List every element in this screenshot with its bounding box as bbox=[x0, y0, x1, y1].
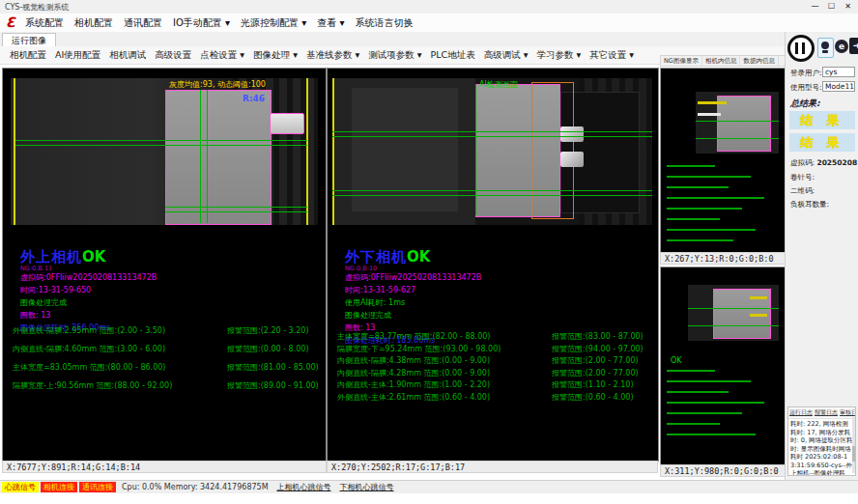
barcode-label: 虚拟码: 20250208 bbox=[790, 158, 857, 168]
toolbar-item-2[interactable]: 相机调试 bbox=[109, 49, 146, 62]
measurement-row-2: 内侧直线-隔膜:4.38mm 范围:(0.00 - 9.00)报警范围:(2.0… bbox=[337, 355, 644, 368]
measure-hline bbox=[332, 136, 652, 137]
measure-hline bbox=[332, 131, 652, 132]
toolbar-item-5[interactable]: 图像处理 ▾ bbox=[253, 49, 298, 62]
toolbar-item-7[interactable]: 测试项参数 ▾ bbox=[368, 49, 421, 62]
status-chips: 心跳信号相机连接通讯连接 bbox=[2, 482, 118, 492]
tab-run-image[interactable]: 运行图像 bbox=[2, 33, 56, 47]
log-tab-0[interactable]: 运行日志 bbox=[788, 407, 814, 418]
measurement-value: 外侧直线-主体:2.61mm 范围:(0.60 - 4.00) bbox=[337, 392, 552, 405]
status-chip-2: 通讯连接 bbox=[79, 482, 116, 492]
alarm-range: 报警范围:(0.60 - 4.00) bbox=[552, 392, 634, 405]
tiny-text-row bbox=[667, 391, 729, 393]
camera-result: OK bbox=[82, 248, 105, 266]
measure-vline bbox=[200, 90, 201, 223]
log-tab-1[interactable]: 报警日志 bbox=[814, 407, 839, 418]
toolbar-item-10[interactable]: 学习参数 ▾ bbox=[536, 49, 581, 62]
thumbnail-top[interactable] bbox=[660, 68, 787, 253]
tiny-label bbox=[750, 314, 767, 317]
measure-hline bbox=[332, 190, 652, 191]
info-line-2: 图像处理完成 bbox=[20, 296, 157, 309]
app-logo-icon: Ɛ bbox=[6, 14, 15, 32]
toolbar-item-0[interactable]: 相机配置 bbox=[10, 49, 46, 62]
tiny-text-row bbox=[667, 434, 756, 435]
menu-item-1[interactable]: 相机配置 bbox=[74, 16, 113, 30]
measure-hline bbox=[165, 211, 307, 212]
menu-item-3[interactable]: IO手动配置 ▾ bbox=[173, 16, 230, 30]
logout-icon[interactable]: ➜ bbox=[849, 38, 858, 54]
measurement-list: 外侧直线-隔膜:2.95mm 范围:(2.00 - 3.50)报警范围:(2.2… bbox=[13, 325, 319, 399]
log-scrollbar[interactable] bbox=[852, 417, 855, 473]
left-edge-marker-line bbox=[332, 78, 334, 225]
close-button[interactable]: ✕ bbox=[840, 0, 856, 13]
cpu-memory-text: Cpu: 0.0% Memory: 3424.41796875M bbox=[122, 483, 269, 491]
toolbar-item-4[interactable]: 点检设置 ▾ bbox=[200, 49, 244, 62]
tiny-text-row bbox=[667, 402, 764, 404]
menu-item-5[interactable]: 查看 ▾ bbox=[317, 16, 344, 30]
thumbnail-tab-1[interactable]: 相机内信息 bbox=[702, 56, 741, 66]
measurement-value: 内侧直线-隔膜:4.28mm 范围:(0.00 - 9.00) bbox=[337, 368, 552, 380]
toolbar-item-9[interactable]: 高级调试 ▾ bbox=[484, 49, 529, 62]
alarm-range: 报警范围:(94.00 - 97.00) bbox=[552, 344, 644, 356]
left-camera-panel[interactable]: 灰度均值:93, 动态阈值:100 R:46 外上相机OK NG:0,B:11 … bbox=[2, 68, 327, 462]
tiny-text-row bbox=[667, 380, 751, 382]
tiny-text-row bbox=[667, 239, 733, 241]
measurement-row-0: 外侧直线-隔膜:2.95mm 范围:(2.00 - 3.50)报警范围:(2.2… bbox=[13, 325, 319, 344]
measurement-row-5: 外侧直线-主体:2.61mm 范围:(0.60 - 4.00)报警范围:(0.6… bbox=[337, 392, 644, 405]
thumbnail-bottom[interactable]: OK bbox=[660, 266, 787, 465]
measure-hline bbox=[688, 325, 779, 326]
tiny-text-row bbox=[667, 423, 720, 425]
app-window: CYS-视觉检测系统 — ☐ ✕ Ɛ 系统配置相机配置通讯配置IO手动配置 ▾光… bbox=[0, 0, 858, 504]
camera-mode-icon[interactable] bbox=[817, 38, 834, 58]
toolbar-item-6[interactable]: 基准线参数 ▾ bbox=[306, 49, 359, 62]
info-line-1: 时间:13-31-59-627 bbox=[345, 284, 481, 296]
menu-item-2[interactable]: 通讯配置 bbox=[124, 16, 162, 30]
toolbar-item-8[interactable]: PLC地址表 bbox=[431, 49, 475, 62]
menu-item-4[interactable]: 光源控制配置 ▾ bbox=[241, 16, 306, 30]
measurement-value: 内侧直线-隔膜:4.38mm 范围:(0.00 - 9.00) bbox=[337, 355, 552, 368]
thumbnail-tab-0[interactable]: NG图像显示 bbox=[661, 56, 702, 66]
status-chip-1: 相机连接 bbox=[41, 482, 77, 492]
alarm-range: 报警范围:(2.00 - 77.00) bbox=[552, 368, 639, 380]
measurement-row-0: 主体宽度=83.77mm 范围:(82.00 - 88.00)报警范围:(83.… bbox=[337, 331, 644, 344]
measure-hline bbox=[165, 207, 307, 208]
qr-label: 二维码: bbox=[790, 186, 815, 196]
middle-camera-panel[interactable]: AI检测画面 外下相机OK NG:0,B:10 虚拟码:0FFIiiw20250… bbox=[327, 68, 659, 462]
title-bar: CYS-视觉检测系统 — ☐ ✕ bbox=[0, 0, 858, 14]
status-link-1[interactable]: 下相机心跳信号 bbox=[340, 482, 394, 492]
tiny-text-row bbox=[667, 370, 715, 372]
info-line-3: 图像处理完成 bbox=[345, 309, 481, 322]
pause-icon[interactable] bbox=[787, 35, 815, 62]
e-badge-icon[interactable]: e bbox=[835, 40, 848, 53]
left-camera-image[interactable]: 灰度均值:93, 动态阈值:100 R:46 bbox=[11, 78, 318, 225]
menu-item-0[interactable]: 系统配置 bbox=[25, 16, 64, 30]
measure-hline bbox=[332, 195, 652, 196]
menu-bar: Ɛ 系统配置相机配置通讯配置IO手动配置 ▾光源控制配置 ▾查看 ▾系统语言切换 bbox=[0, 14, 858, 33]
middle-camera-image[interactable]: AI检测画面 bbox=[332, 78, 652, 225]
model-field[interactable]: Mode11 bbox=[822, 81, 855, 92]
detected-part-region bbox=[165, 90, 272, 225]
measurement-value: 主体宽度=83.77mm 范围:(82.00 - 88.00) bbox=[337, 331, 552, 344]
menu-items: 系统配置相机配置通讯配置IO手动配置 ▾光源控制配置 ▾查看 ▾系统语言切换 bbox=[25, 14, 423, 32]
alarm-range: 报警范围:(81.00 - 85.00) bbox=[227, 362, 319, 380]
tiny-text-row bbox=[667, 165, 715, 167]
toolbar-item-1[interactable]: AI使用配置 bbox=[55, 49, 100, 62]
right-edge-marker-line bbox=[306, 78, 308, 225]
alarm-range: 报警范围:(83.00 - 87.00) bbox=[552, 331, 644, 344]
status-link-0[interactable]: 上相机心跳信号 bbox=[277, 482, 331, 492]
metal-tab bbox=[560, 126, 584, 142]
measure-vline bbox=[475, 84, 476, 215]
info-line-0: 虚拟码:0FFIiiw2025020813313472B bbox=[20, 271, 157, 284]
toolbar-item-11[interactable]: 其它设置 ▾ bbox=[589, 49, 634, 62]
barcode-value: 20250208 bbox=[816, 158, 857, 167]
thumbnail-tab-2[interactable]: 数据内信息 bbox=[740, 56, 779, 66]
maximize-button[interactable]: ☐ bbox=[823, 0, 840, 13]
menu-item-6[interactable]: 系统语言切换 bbox=[355, 16, 413, 30]
left-edge-marker-line bbox=[14, 78, 15, 225]
log-panel[interactable]: 运行日志报警日志审核日志 耗时: 222, 网络检测耗时: 17, 网络分发耗时… bbox=[787, 406, 856, 476]
user-field[interactable]: cys bbox=[822, 67, 855, 77]
tiny-label bbox=[698, 101, 727, 104]
tiny-text-row bbox=[667, 412, 742, 414]
toolbar-item-3[interactable]: 高级设置 bbox=[155, 49, 191, 62]
minimize-button[interactable]: — bbox=[807, 0, 823, 13]
